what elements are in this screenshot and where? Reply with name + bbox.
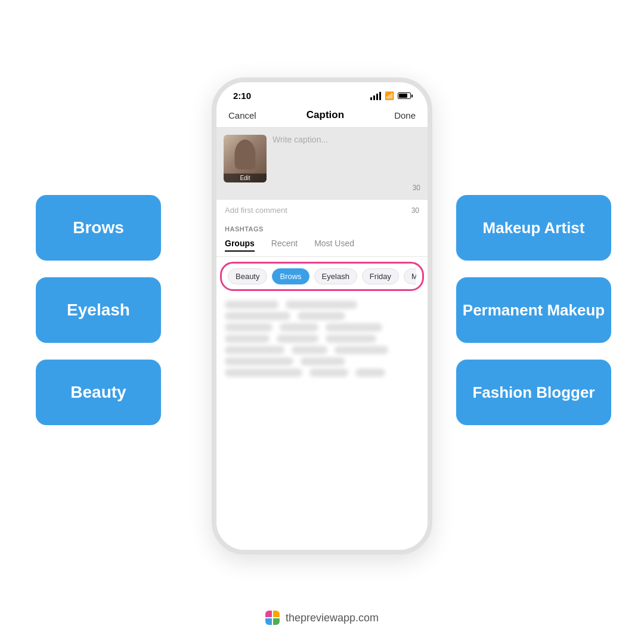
eyelash-button[interactable]: Eyelash (36, 277, 161, 343)
done-button[interactable]: Done (394, 110, 416, 120)
thumbnail-figure (235, 140, 256, 169)
chip-eyelash[interactable]: Eyelash (314, 268, 357, 284)
phone-screen: 2:10 📶 Cancel Caption (212, 78, 432, 555)
logo-cell-blue (265, 618, 272, 625)
hashtag-row (225, 323, 419, 332)
hashtag-item (277, 335, 318, 343)
chips-wrapper: Beauty Brows Eyelash Friday Makeup Arti (216, 257, 428, 296)
hashtag-item (225, 335, 270, 343)
caption-input[interactable]: Write caption... 30 (273, 135, 420, 192)
preview-logo-icon (265, 611, 280, 625)
tab-recent[interactable]: Recent (271, 239, 298, 252)
hashtag-item (280, 323, 318, 332)
footer: thepreviewapp.com (265, 611, 379, 625)
phone-time: 2:10 (233, 91, 251, 101)
footer-website: thepreviewapp.com (286, 612, 379, 624)
caption-area[interactable]: Edit Write caption... 30 (216, 128, 428, 199)
caption-title: Caption (306, 109, 344, 121)
wifi-icon: 📶 (385, 91, 394, 100)
edit-label[interactable]: Edit (224, 174, 267, 182)
hashtag-row (225, 335, 419, 343)
hashtag-item (326, 323, 382, 332)
chip-brows[interactable]: Brows (272, 268, 309, 284)
chips-row: Beauty Brows Eyelash Friday Makeup Arti (228, 268, 416, 284)
hashtag-row (225, 301, 419, 309)
hashtags-label: HASHTAGS (216, 221, 428, 235)
brows-button[interactable]: Brows (36, 195, 161, 261)
hashtag-item (301, 357, 345, 366)
chips-outline: Beauty Brows Eyelash Friday Makeup Arti (220, 262, 424, 291)
logo-cell-orange (273, 611, 280, 617)
caption-char-count: 30 (273, 184, 420, 192)
caption-placeholder: Write caption... (273, 135, 420, 144)
hashtag-item (225, 312, 290, 320)
status-icons: 📶 (370, 91, 411, 100)
hashtag-item (309, 369, 348, 377)
beauty-button[interactable]: Beauty (36, 360, 161, 425)
hashtag-list (216, 296, 428, 550)
tab-most-used[interactable]: Most Used (314, 239, 354, 252)
caption-header: Cancel Caption Done (216, 106, 428, 128)
hashtag-item (225, 346, 284, 354)
fashion-blogger-button[interactable]: Fashion Blogger (456, 360, 611, 425)
left-button-group: Brows Eyelash Beauty (36, 195, 161, 425)
comment-char-count: 30 (411, 206, 419, 215)
chip-makeup-arti[interactable]: Makeup Arti (404, 268, 416, 284)
status-bar: 2:10 📶 (216, 82, 428, 106)
comment-area[interactable]: Add first comment 30 (216, 199, 428, 221)
makeup-artist-button[interactable]: Makeup Artist (456, 195, 611, 261)
comment-placeholder: Add first comment (225, 206, 287, 215)
chip-beauty[interactable]: Beauty (228, 268, 267, 284)
hashtag-row (225, 369, 419, 377)
hashtag-row (225, 346, 419, 354)
hashtag-item (225, 357, 293, 366)
hashtag-item (355, 369, 385, 377)
tab-groups[interactable]: Groups (225, 239, 255, 252)
hashtag-item (225, 301, 278, 309)
hashtag-item (225, 323, 273, 332)
hashtag-item (225, 369, 302, 377)
hashtag-item (326, 335, 376, 343)
hashtag-item (298, 312, 345, 320)
logo-cell-pink (265, 611, 272, 617)
battery-icon (398, 92, 411, 99)
scene: Brows Eyelash Beauty Makeup Artist Perma… (0, 0, 644, 644)
right-button-group: Makeup Artist Permanent Makeup Fashion B… (456, 195, 611, 425)
hashtag-item (292, 346, 327, 354)
phone-mockup: 2:10 📶 Cancel Caption (212, 78, 432, 555)
hashtag-item (286, 301, 357, 309)
caption-thumbnail[interactable]: Edit (224, 135, 267, 182)
chip-friday[interactable]: Friday (362, 268, 399, 284)
hashtags-section: HASHTAGS Groups Recent Most Used Beauty … (216, 221, 428, 550)
permanent-makeup-button[interactable]: Permanent Makeup (456, 277, 611, 343)
hashtag-item (335, 346, 388, 354)
signal-icon (370, 92, 381, 100)
hashtag-row (225, 312, 419, 320)
cancel-button[interactable]: Cancel (228, 110, 256, 120)
hashtag-row (225, 357, 419, 366)
logo-cell-green (273, 618, 280, 625)
hashtag-tabs: Groups Recent Most Used (216, 235, 428, 257)
